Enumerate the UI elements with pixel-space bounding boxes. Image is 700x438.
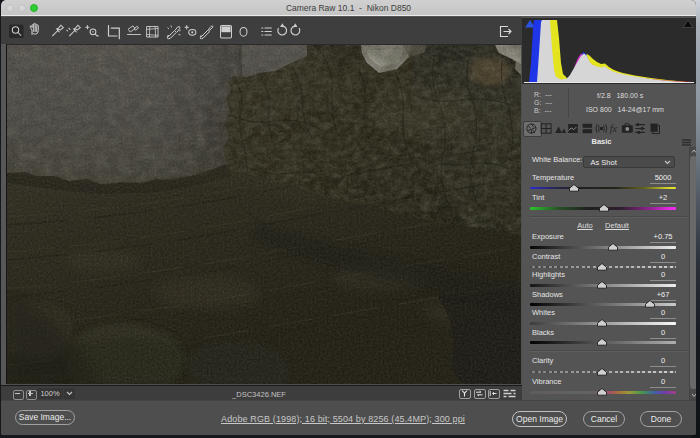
svg-text:fx: fx	[610, 123, 618, 134]
